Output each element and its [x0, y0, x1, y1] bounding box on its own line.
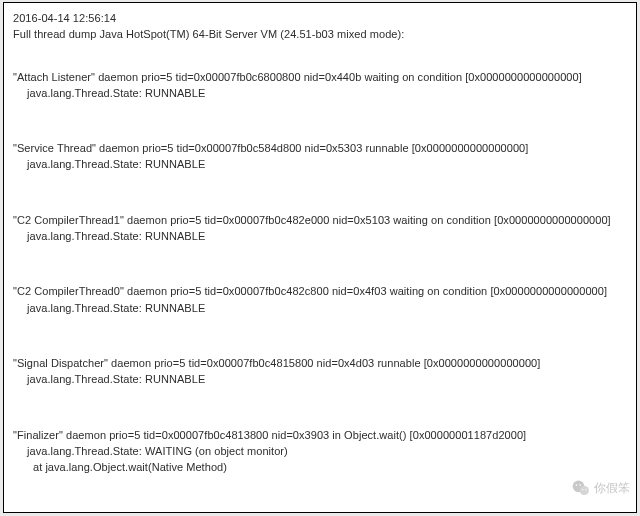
blank	[13, 415, 636, 428]
dump-title: Full thread dump Java HotSpot(TM) 64-Bit…	[13, 27, 636, 41]
svg-point-5	[585, 489, 586, 490]
blank	[13, 258, 636, 271]
blank	[13, 200, 636, 213]
blank	[13, 402, 636, 415]
svg-point-2	[576, 484, 578, 486]
watermark-text: 你假笨	[594, 480, 630, 497]
thread-header: "Attach Listener" daemon prio=5 tid=0x00…	[13, 70, 636, 84]
blank	[13, 271, 636, 284]
thread-header: "Signal Dispatcher" daemon prio=5 tid=0x…	[13, 356, 636, 370]
thread-header: "Service Thread" daemon prio=5 tid=0x000…	[13, 141, 636, 155]
svg-point-4	[582, 489, 583, 490]
thread-state: java.lang.Thread.State: RUNNABLE	[13, 86, 636, 100]
watermark: 你假笨	[571, 478, 630, 498]
blank	[13, 115, 636, 128]
thread-header: "C2 CompilerThread0" daemon prio=5 tid=0…	[13, 284, 636, 298]
thread-header: "Finalizer" daemon prio=5 tid=0x00007fb0…	[13, 428, 636, 442]
blank	[13, 389, 636, 402]
thread-state: java.lang.Thread.State: WAITING (on obje…	[13, 444, 636, 458]
blank	[13, 245, 636, 258]
blank	[13, 187, 636, 200]
thread-state: java.lang.Thread.State: RUNNABLE	[13, 157, 636, 171]
svg-point-1	[580, 486, 589, 495]
thread-header: "C2 CompilerThread1" daemon prio=5 tid=0…	[13, 213, 636, 227]
blank	[13, 343, 636, 356]
wechat-icon	[571, 478, 591, 498]
svg-point-3	[579, 484, 581, 486]
stack-trace-line: at java.lang.Object.wait(Native Method)	[13, 460, 636, 474]
blank	[13, 128, 636, 141]
blank	[13, 44, 636, 57]
blank	[13, 174, 636, 187]
thread-dump-sheet: 2016-04-14 12:56:14 Full thread dump Jav…	[3, 2, 637, 513]
timestamp: 2016-04-14 12:56:14	[13, 11, 636, 25]
blank	[13, 57, 636, 70]
blank	[13, 330, 636, 343]
blank	[13, 102, 636, 115]
blank	[13, 317, 636, 330]
canvas: 2016-04-14 12:56:14 Full thread dump Jav…	[0, 0, 640, 516]
thread-state: java.lang.Thread.State: RUNNABLE	[13, 372, 636, 386]
thread-state: java.lang.Thread.State: RUNNABLE	[13, 229, 636, 243]
thread-state: java.lang.Thread.State: RUNNABLE	[13, 301, 636, 315]
